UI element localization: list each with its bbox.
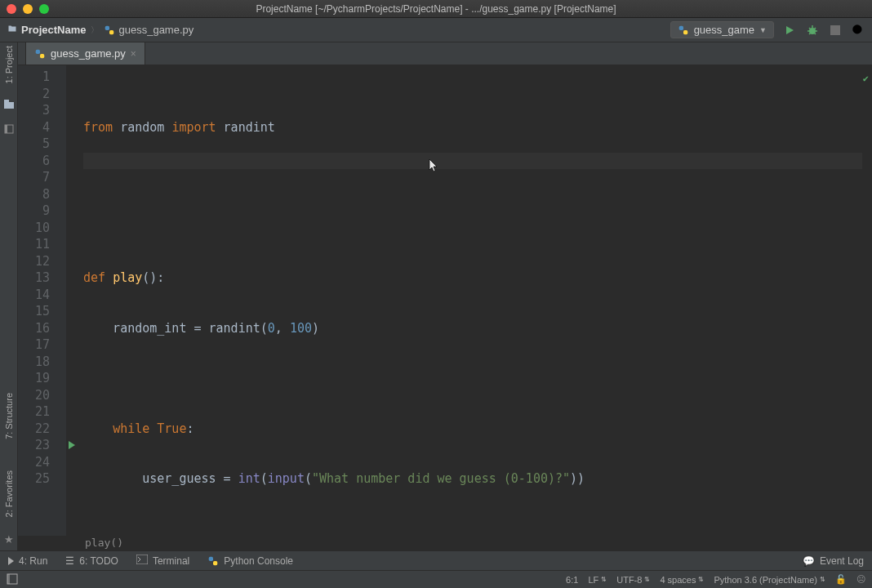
breadcrumb-project[interactable]: ProjectName <box>7 24 86 36</box>
python-file-icon <box>678 24 689 36</box>
svg-point-13 <box>852 24 861 33</box>
code-area[interactable]: from random import randint def play(): r… <box>83 69 862 536</box>
svg-rect-21 <box>136 555 148 564</box>
python-file-icon <box>104 24 115 36</box>
lock-icon[interactable]: 🔓 <box>835 574 847 585</box>
svg-rect-19 <box>36 49 40 53</box>
editor-tabs: guess_game.py × <box>18 42 872 65</box>
tool-windows-toggle-icon[interactable] <box>7 573 18 586</box>
window-controls <box>7 4 49 14</box>
svg-rect-23 <box>213 561 217 565</box>
line-number-gutter: 1234567891011121314151617181920212223242… <box>18 65 67 536</box>
line-separator[interactable]: LF ⇅ <box>588 575 607 585</box>
tool-tab-python-console[interactable]: Python Console <box>207 555 293 567</box>
svg-rect-22 <box>209 556 213 560</box>
star-icon: ★ <box>4 533 14 546</box>
minimize-window-icon[interactable] <box>23 4 33 14</box>
run-configuration-label: guess_game <box>694 24 754 36</box>
breadcrumb-project-label: ProjectName <box>21 24 86 36</box>
search-everywhere-button[interactable] <box>851 23 865 38</box>
navigation-bar: ProjectName 〉 guess_game.py guess_game ▼ <box>0 18 872 42</box>
tool-tab-project[interactable]: 1: Project <box>4 46 14 83</box>
tool-tab-run[interactable]: 4: Run <box>8 555 47 567</box>
code-editor[interactable]: ✔ 12345678910111213141516171819202122232… <box>18 65 872 550</box>
play-icon <box>8 557 14 565</box>
stop-icon <box>830 25 840 35</box>
python-interpreter[interactable]: Python 3.6 (ProjectName) ⇅ <box>714 575 825 585</box>
svg-line-9 <box>809 28 811 29</box>
python-file-icon <box>34 48 46 60</box>
terminal-icon <box>136 555 148 567</box>
file-encoding[interactable]: UTF-8 ⇅ <box>616 575 650 585</box>
debug-button[interactable] <box>805 23 820 38</box>
tool-tab-favorites[interactable]: 2: Favorites <box>4 470 14 517</box>
tool-tab-event-log[interactable]: 💬Event Log <box>803 555 864 567</box>
folder-icon <box>7 24 18 36</box>
svg-line-10 <box>814 28 816 29</box>
updown-icon: ⇅ <box>820 576 825 583</box>
ide-fatal-icon[interactable]: ☹ <box>856 574 865 585</box>
bottom-tool-stripe: 4: Run ☰6: TODO Terminal Python Console … <box>0 550 872 570</box>
project-icon[interactable] <box>3 98 15 112</box>
svg-rect-16 <box>4 100 9 102</box>
svg-rect-2 <box>678 25 683 29</box>
macos-titlebar: ProjectName [~/PycharmProjects/ProjectNa… <box>0 0 872 18</box>
editor-tab-guess-game[interactable]: guess_game.py × <box>26 42 145 65</box>
gutter-icon-strip <box>67 69 83 536</box>
svg-rect-18 <box>5 125 7 133</box>
cursor-position[interactable]: 6:1 <box>566 575 578 585</box>
todo-icon: ☰ <box>65 555 74 567</box>
tool-tab-terminal[interactable]: Terminal <box>136 555 189 567</box>
stop-button <box>828 23 843 38</box>
editor-tab-label: guess_game.py <box>51 47 126 60</box>
breadcrumb-file-label: guess_game.py <box>118 24 194 36</box>
close-tab-icon[interactable]: × <box>131 48 136 60</box>
close-window-icon[interactable] <box>7 4 16 14</box>
svg-rect-0 <box>105 25 109 29</box>
status-bar: 6:1 LF ⇅ UTF-8 ⇅ 4 spaces ⇅ Python 3.6 (… <box>0 570 872 588</box>
updown-icon: ⇅ <box>698 576 704 583</box>
svg-rect-3 <box>683 30 687 34</box>
svg-line-11 <box>809 33 811 34</box>
python-icon <box>207 555 219 567</box>
zoom-window-icon[interactable] <box>39 4 49 14</box>
breadcrumb-file[interactable]: guess_game.py <box>104 24 194 36</box>
svg-rect-25 <box>7 574 10 584</box>
svg-marker-4 <box>786 26 794 34</box>
updown-icon: ⇅ <box>601 576 607 583</box>
svg-line-14 <box>861 33 865 37</box>
svg-rect-15 <box>4 102 14 109</box>
editor-breadcrumb[interactable]: play() <box>83 536 872 550</box>
svg-line-12 <box>814 33 816 34</box>
event-log-icon: 💬 <box>803 555 815 567</box>
chevron-right-icon: 〉 <box>91 24 99 36</box>
svg-rect-20 <box>40 54 44 58</box>
updown-icon: ⇅ <box>644 576 650 583</box>
analysis-ok-icon: ✔ <box>863 70 869 87</box>
run-gutter-icon[interactable] <box>69 441 75 449</box>
breadcrumb: ProjectName 〉 guess_game.py <box>7 24 194 36</box>
tool-tab-todo[interactable]: ☰6: TODO <box>65 555 118 567</box>
tool-tab-structure[interactable]: 7: Structure <box>4 393 14 439</box>
current-line-highlight <box>83 153 862 170</box>
indent-settings[interactable]: 4 spaces ⇅ <box>660 575 704 585</box>
run-configuration-selector[interactable]: guess_game ▼ <box>670 21 774 38</box>
left-tool-stripe: 1: Project 7: Structure 2: Favorites ★ <box>0 42 18 550</box>
hide-icon[interactable] <box>3 123 15 137</box>
run-button[interactable] <box>782 23 797 38</box>
svg-rect-1 <box>109 30 113 34</box>
window-title: ProjectName [~/PycharmProjects/ProjectNa… <box>0 3 872 15</box>
chevron-down-icon: ▼ <box>759 26 767 34</box>
